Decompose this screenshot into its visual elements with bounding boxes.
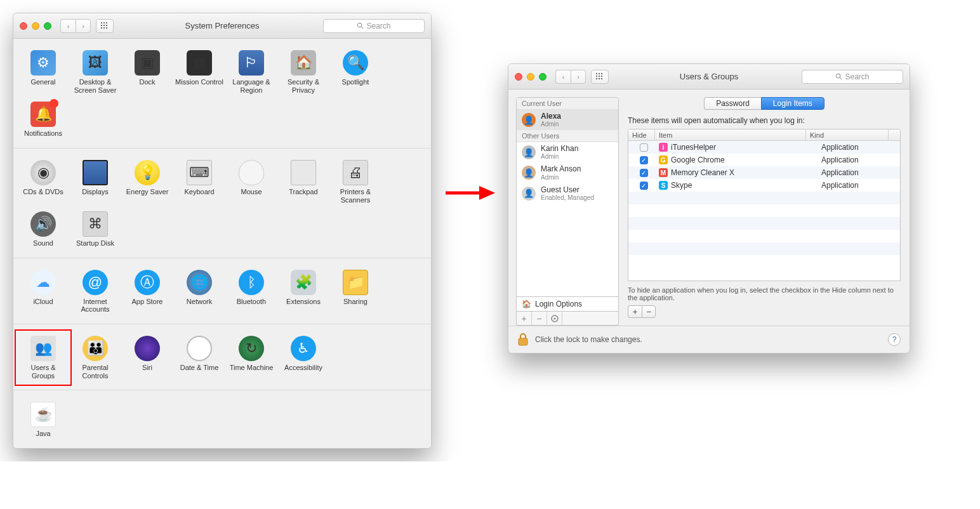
- pref-security-privacy[interactable]: 🏠Security & Privacy: [277, 46, 329, 98]
- pref-spotlight[interactable]: 🔍Spotlight: [329, 46, 381, 98]
- pref-general[interactable]: ⚙︎General: [17, 46, 69, 98]
- zoom-button[interactable]: [539, 73, 546, 81]
- tab-login-items[interactable]: Login Items: [761, 97, 824, 110]
- pref-label: Users & Groups: [19, 364, 67, 380]
- forward-button[interactable]: ›: [571, 70, 586, 84]
- hide-checkbox[interactable]: ✓: [640, 169, 648, 177]
- hide-checkbox[interactable]: ✓: [640, 156, 648, 164]
- svg-marker-12: [479, 186, 495, 200]
- show-all-button[interactable]: [591, 70, 609, 84]
- back-button[interactable]: ‹: [555, 70, 571, 84]
- add-user-button[interactable]: +: [517, 312, 532, 325]
- item-name: Google Chrome: [671, 155, 725, 164]
- remove-user-button[interactable]: −: [532, 312, 547, 325]
- table-row[interactable]: ✓SSkypeApplication: [628, 179, 900, 192]
- pref-label: Trackpad: [289, 188, 317, 196]
- col-kind[interactable]: Kind: [806, 129, 889, 140]
- table-row[interactable]: iiTunesHelperApplication: [628, 141, 900, 154]
- table-row[interactable]: ✓GGoogle ChromeApplication: [628, 154, 900, 166]
- user-row-current[interactable]: 👤 Alexa Admin: [517, 110, 618, 130]
- pref-label: Bluetooth: [237, 298, 266, 306]
- network-icon: 🌐: [187, 270, 212, 295]
- hide-checkbox[interactable]: [640, 143, 648, 152]
- help-button[interactable]: ?: [888, 333, 901, 346]
- pref-startup-disk[interactable]: ⌘Startup Disk: [69, 208, 121, 251]
- lock-icon[interactable]: [517, 333, 529, 347]
- svg-rect-1: [103, 22, 105, 23]
- pref-desktop-screen-saver[interactable]: 🖼Desktop & Screen Saver: [69, 46, 121, 98]
- pref-displays[interactable]: Displays: [69, 156, 121, 208]
- user-role: Admin: [541, 174, 581, 181]
- pref-time-machine[interactable]: ↻Time Machine: [225, 332, 277, 383]
- security-icon: 🏠: [291, 50, 316, 76]
- search-placeholder: Search: [845, 72, 869, 81]
- svg-point-9: [358, 23, 362, 27]
- pref-mouse[interactable]: Mouse: [225, 156, 277, 208]
- add-item-button[interactable]: +: [628, 305, 642, 318]
- pref-label: Siri: [142, 364, 152, 372]
- pref-label: Desktop & Screen Saver: [71, 78, 119, 94]
- pref-label: Security & Privacy: [279, 78, 328, 94]
- table-row-empty: [628, 217, 900, 230]
- pref-label: Accessibility: [284, 364, 322, 372]
- search-field[interactable]: Search: [323, 19, 425, 33]
- table-row[interactable]: ✓MMemory Cleaner XApplication: [628, 166, 900, 179]
- pref-label: Sound: [33, 239, 53, 248]
- back-button[interactable]: ‹: [60, 19, 76, 33]
- titlebar: ‹ › Users & Groups Search: [508, 64, 910, 89]
- hide-checkbox[interactable]: ✓: [640, 182, 648, 190]
- pref-printers-scanners[interactable]: 🖨Printers & Scanners: [329, 156, 381, 208]
- pref-mission-control[interactable]: ▦Mission Control: [173, 46, 225, 98]
- keyboard-icon: ⌨: [187, 160, 212, 185]
- pref-sharing[interactable]: 📁Sharing: [329, 266, 381, 317]
- user-actions-button[interactable]: [547, 312, 562, 325]
- pref-notifications[interactable]: 🔔Notifications: [17, 98, 69, 142]
- user-name: Mark Anson: [541, 165, 581, 173]
- pref-icloud[interactable]: ☁︎iCloud: [17, 266, 69, 317]
- forward-button[interactable]: ›: [76, 19, 91, 33]
- minimize-button[interactable]: [32, 22, 39, 30]
- pref-sound[interactable]: 🔊Sound: [17, 208, 69, 251]
- show-all-button[interactable]: [96, 19, 114, 33]
- pref-network[interactable]: 🌐Network: [173, 266, 225, 317]
- pref-date-time[interactable]: Date & Time: [173, 332, 225, 383]
- search-field[interactable]: Search: [802, 70, 903, 84]
- col-item[interactable]: Item: [655, 129, 806, 140]
- minimize-button[interactable]: [527, 73, 534, 81]
- item-name: iTunesHelper: [671, 143, 716, 152]
- pref-keyboard[interactable]: ⌨Keyboard: [173, 156, 225, 208]
- pref-energy-saver[interactable]: 💡Energy Saver: [121, 156, 173, 208]
- remove-item-button[interactable]: −: [642, 305, 656, 318]
- user-name: Guest User: [541, 186, 594, 194]
- pref-java[interactable]: ☕Java: [17, 398, 69, 442]
- close-button[interactable]: [20, 22, 27, 30]
- zoom-button[interactable]: [44, 22, 51, 30]
- flag-icon: 🏳: [239, 50, 264, 76]
- pref-parental-controls[interactable]: 👪Parental Controls: [69, 332, 121, 383]
- pref-language-region[interactable]: 🏳Language & Region: [225, 46, 277, 98]
- login-items-info: These items will open automatically when…: [628, 116, 901, 125]
- user-row[interactable]: 👤Guest UserEnabled, Managed: [517, 183, 618, 204]
- pref-siri[interactable]: Siri: [121, 332, 173, 383]
- user-row[interactable]: 👤Mark AnsonAdmin: [517, 162, 618, 183]
- col-hide[interactable]: Hide: [628, 129, 655, 140]
- pref-cds-dvds[interactable]: ◉CDs & DVDs: [17, 156, 69, 208]
- pref-trackpad[interactable]: Trackpad: [277, 156, 329, 208]
- pref-bluetooth[interactable]: ᛒBluetooth: [225, 266, 277, 317]
- pref-extensions[interactable]: 🧩Extensions: [277, 266, 329, 317]
- pref-users-groups[interactable]: 👥Users & Groups: [17, 332, 69, 383]
- svg-rect-18: [601, 76, 602, 77]
- tab-password[interactable]: Password: [704, 97, 761, 110]
- pref-accessibility[interactable]: ♿︎Accessibility: [277, 332, 329, 383]
- pref-app-store[interactable]: ⒶApp Store: [121, 266, 173, 317]
- svg-rect-17: [599, 76, 600, 77]
- pref-label: App Store: [132, 298, 163, 306]
- siri-icon: [135, 336, 160, 361]
- close-button[interactable]: [515, 73, 522, 81]
- disc-icon: ◉: [30, 160, 56, 185]
- pref-dock[interactable]: ▣Dock: [121, 46, 173, 98]
- pref-label: Extensions: [286, 298, 321, 306]
- user-row[interactable]: 👤Karin KhanAdmin: [517, 142, 618, 162]
- login-options-button[interactable]: 🏠 Login Options: [516, 297, 619, 312]
- pref-internet-accounts[interactable]: @Internet Accounts: [69, 266, 121, 317]
